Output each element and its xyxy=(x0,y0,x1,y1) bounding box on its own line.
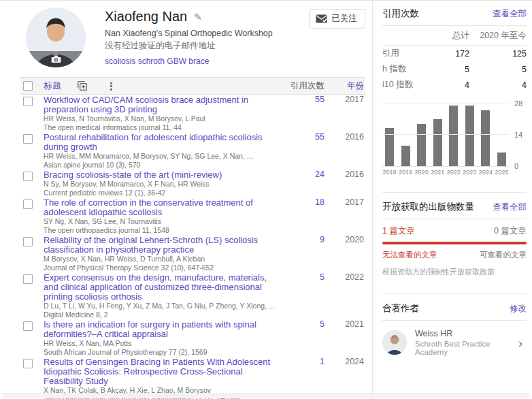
change-photo-overlay[interactable] xyxy=(26,51,86,67)
follow-button-label: 已关注 xyxy=(332,13,358,25)
publication-title-link[interactable]: Workflow of CAD/CAM scoliosis brace adju… xyxy=(44,95,276,114)
articles-unavailable-count[interactable]: 1 篇文章 xyxy=(382,225,415,237)
chart-bar-2024[interactable] xyxy=(481,110,490,166)
row-checkbox[interactable] xyxy=(23,172,33,181)
row-checkbox[interactable] xyxy=(23,321,33,331)
profile-photo[interactable] xyxy=(26,7,86,67)
publication-title-link[interactable]: The role of correction in the conservati… xyxy=(44,198,276,217)
coauthor-entry[interactable]: Weiss HRSchroth Best Practice Academy› xyxy=(382,321,527,363)
public-access-panel: 开放获取的出版物数量 查看全部 1 篇文章 0 篇文章 无法查看的文章 可查看的… xyxy=(382,192,527,277)
publication-year: 2024 xyxy=(325,357,365,366)
stat-since-value[interactable]: 125 xyxy=(469,46,527,62)
merge-icon[interactable] xyxy=(76,80,88,92)
follow-button[interactable]: 已关注 xyxy=(309,9,366,29)
email-verification-status: 没有经过验证的电子邮件地址 xyxy=(105,40,309,52)
publication-authors: SY Ng, X Nan, SG Lee, N Tournavitis xyxy=(44,217,276,226)
profile-affiliation: Nan Xiaofeng's Spinal Orthopedic Worksho… xyxy=(105,29,309,38)
chart-bar-2025[interactable] xyxy=(497,153,506,166)
chart-year-label: 2022 xyxy=(446,169,461,176)
publication-year: 2017 xyxy=(325,95,365,104)
publication-year: 2016 xyxy=(325,170,365,179)
citation-stats-table: 总计 2020 年至今 引用172125h 指数55i10 指数44 xyxy=(382,26,527,93)
stats-row: i10 指数44 xyxy=(382,77,527,93)
camera-icon xyxy=(51,55,61,63)
row-checkbox[interactable] xyxy=(23,237,33,246)
cited-by-count[interactable]: 5 xyxy=(276,319,325,329)
sort-by-title-link[interactable]: 标题 xyxy=(44,80,61,92)
sort-by-year-link[interactable]: 年份 xyxy=(325,80,365,92)
publication-info: Bracing scoliosis-state of the art (mini… xyxy=(44,170,276,197)
public-access-view-all-link[interactable]: 查看全部 xyxy=(493,202,527,213)
publication-info: Reliability of the original Lehnert-Schr… xyxy=(44,235,276,272)
chart-bar-2021[interactable] xyxy=(433,119,442,166)
sort-by-citations[interactable]: 引用次数 xyxy=(276,80,325,92)
publication-venue: The open medical informatics journal 11,… xyxy=(44,123,276,132)
profile-interests-link[interactable]: scoliosis schroth GBW brace xyxy=(105,57,209,66)
publication-authors: HR Weiss, X Nan, MA Potts xyxy=(44,339,276,348)
edit-profile-icon[interactable]: ✎ xyxy=(194,12,202,22)
chart-x-axis: 20182019202020212022202320242025 xyxy=(382,169,509,176)
coauthors-list: Weiss HRSchroth Best Practice Academy› xyxy=(382,321,527,363)
stat-label: h 指数 xyxy=(382,61,434,77)
row-checkbox[interactable] xyxy=(23,134,33,144)
select-all-checkbox[interactable] xyxy=(23,81,33,91)
window-bottom-edge xyxy=(2,394,530,398)
chart-year-label: 2023 xyxy=(463,169,477,176)
public-access-note: 根据资助方的强制性开放获取政策 xyxy=(382,267,527,277)
chart-y-axis: 01428 xyxy=(509,103,527,166)
publication-info: Results of Gensingen Bracing in Patients… xyxy=(44,357,276,399)
publication-title-link[interactable]: Reliability of the original Lehnert-Schr… xyxy=(44,236,276,255)
chevron-right-icon: › xyxy=(518,336,527,349)
row-checkbox[interactable] xyxy=(23,200,33,209)
cited-by-count[interactable]: 55 xyxy=(276,95,325,104)
publication-year: 2017 xyxy=(325,197,365,207)
publication-info: Workflow of CAD/CAM scoliosis brace adju… xyxy=(44,95,276,132)
scholar-profile-page: Xiaofeng Nan ✎ Nan Xiaofeng's Spinal Ort… xyxy=(0,0,532,399)
coauthor-name[interactable]: Weiss HR xyxy=(415,329,518,338)
stat-total-value[interactable]: 172 xyxy=(434,46,469,62)
cited-by-count[interactable]: 24 xyxy=(276,170,325,179)
publication-info: The role of correction in the conservati… xyxy=(44,197,276,235)
publication-authors: HR Weiss, N Tournavitis, X Nan, M Boryso… xyxy=(44,114,276,123)
publication-row: Results of Gensingen Bracing in Patients… xyxy=(20,357,365,399)
publication-authors: D Lu, T Li, W Yu, H Feng, Y Xu, Z Ma, J … xyxy=(44,302,276,310)
row-checkbox[interactable] xyxy=(23,359,33,368)
cited-by-count[interactable]: 55 xyxy=(276,132,325,142)
publication-venue: The open orthopaedics journal 11, 1548 xyxy=(44,226,276,235)
chart-year-label: 2024 xyxy=(478,169,493,176)
cited-by-count[interactable]: 1 xyxy=(276,357,325,366)
publication-venue: Digital Medicine 8, 2 xyxy=(44,310,276,319)
coauthors-edit-link[interactable]: 修改 xyxy=(510,303,527,315)
stat-total-value[interactable]: 4 xyxy=(434,77,469,93)
chart-bar-2019[interactable] xyxy=(401,146,410,166)
chart-bar-2020[interactable] xyxy=(417,124,426,166)
stat-since-value[interactable]: 5 xyxy=(469,61,527,77)
publication-title-link[interactable]: Postural rehabilitation for adolescent i… xyxy=(44,133,276,152)
publication-venue: Current pediatric reviews 12 (1), 36-42 xyxy=(44,189,276,197)
chart-bar-2023[interactable] xyxy=(465,106,474,166)
cited-by-count[interactable]: 5 xyxy=(276,272,325,282)
stat-since-value[interactable]: 4 xyxy=(469,77,527,93)
chart-y-tick-label: 0 xyxy=(514,162,518,170)
articles-unavailable-label: 无法查看的文章 xyxy=(382,250,437,260)
cited-by-count[interactable]: 9 xyxy=(276,235,325,244)
publication-year: 2016 xyxy=(325,132,365,142)
citations-view-all-link[interactable]: 查看全部 xyxy=(493,8,527,20)
main-column: Xiaofeng Nan ✎ Nan Xiaofeng's Spinal Ort… xyxy=(0,1,372,399)
stat-total-value[interactable]: 5 xyxy=(434,61,469,77)
publication-title-link[interactable]: Results of Gensingen Bracing in Patients… xyxy=(44,357,276,386)
chart-gridline xyxy=(382,134,509,135)
row-checkbox[interactable] xyxy=(23,274,33,284)
publication-title-link[interactable]: Is there an indication for surgery in pa… xyxy=(44,320,276,339)
row-checkbox[interactable] xyxy=(23,97,33,106)
publication-title-link[interactable]: Bracing scoliosis-state of the art (mini… xyxy=(44,170,276,180)
publication-venue: Journal of Physical Therapy Science 32 (… xyxy=(44,264,276,272)
coauthors-title: 合著作者 xyxy=(382,302,419,315)
more-options-icon[interactable]: ⋮ xyxy=(106,81,116,91)
cited-by-count[interactable]: 18 xyxy=(276,197,325,207)
publication-info: Postural rehabilitation for adolescent i… xyxy=(44,132,276,170)
profile-name: Xiaofeng Nan xyxy=(105,9,187,25)
publication-row: Is there an indication for surgery in pa… xyxy=(20,319,365,357)
publication-title-link[interactable]: Expert consensus on the design, manufact… xyxy=(44,273,276,302)
chart-bar-2022[interactable] xyxy=(449,106,458,166)
